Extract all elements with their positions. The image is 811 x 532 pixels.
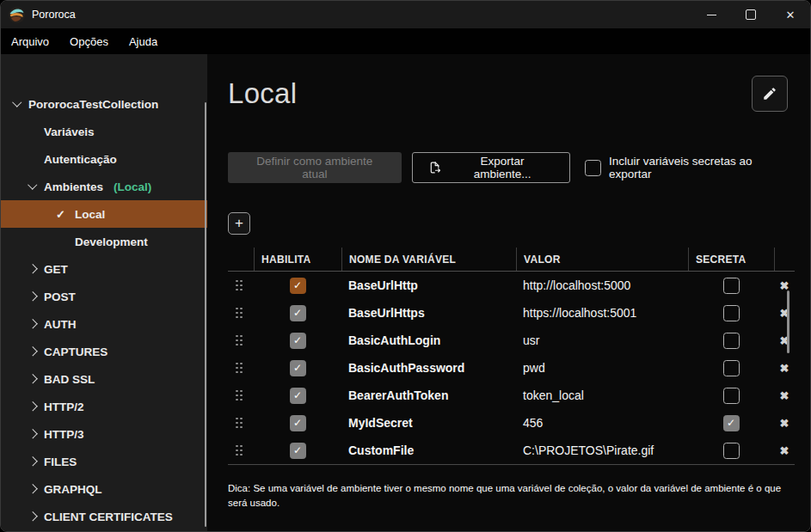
menu-ajuda[interactable]: Ajuda [119,35,168,48]
sidebar-tree-item[interactable]: CAPTURES [1,338,207,365]
rename-environment-button[interactable] [752,76,788,112]
maximize-button[interactable] [731,1,771,28]
variable-value[interactable]: usr [516,333,688,347]
variable-name[interactable]: BearerAuthToken [341,388,516,402]
drag-handle-icon[interactable] [236,390,243,401]
enabled-checkbox[interactable]: ✓ [290,415,306,431]
sidebar-tree-item[interactable]: GRAPHQL [1,475,207,503]
menu-arquivo[interactable]: Arquivo [1,35,59,48]
menu-opcoes[interactable]: Opções [59,35,119,48]
sidebar-tree-item[interactable]: Autenticação [1,145,207,173]
drag-cell [228,418,254,429]
enabled-cell: ✓ [254,278,341,294]
sidebar-tree-item[interactable]: HTTP/2 [1,393,207,420]
variable-value[interactable]: https://localhost:5001 [516,306,688,320]
delete-row-button[interactable]: ✖ [780,444,789,457]
close-button[interactable]: ✕ [771,1,810,28]
col-header-habilita: HABILITA [254,248,341,271]
checkbox-tick: ✓ [293,308,302,318]
secret-checkbox[interactable] [723,360,740,376]
secret-checkbox[interactable] [723,333,740,349]
maximize-icon [746,9,756,20]
secret-checkbox[interactable] [723,388,740,404]
checkbox-tick: ✓ [293,418,302,428]
table-row: ✓ CustomFile C:\PROJETOS\Pirate.gif ✖ [228,437,795,464]
tree-item-label: AUTH [44,318,77,331]
delete-column-header [774,248,795,271]
tree-item-label: HTTP/2 [44,401,84,413]
enabled-checkbox[interactable]: ✓ [290,333,306,349]
table-row: ✓ BearerAuthToken token_local ✖ [228,382,795,409]
variable-name[interactable]: CustomFile [341,443,516,457]
minimize-button[interactable] [691,1,731,28]
secret-checkbox[interactable] [723,278,740,294]
col-header-secreta: SECRETA [688,248,774,271]
tree-item-label: Ambientes [44,180,103,193]
enabled-cell: ✓ [254,415,341,431]
sidebar-tree-item[interactable]: AUTH [1,310,207,338]
delete-cell: ✖ [774,334,795,347]
variable-name[interactable]: BasicAuthLogin [341,333,516,347]
enabled-cell: ✓ [254,388,341,404]
table-scrollbar[interactable] [787,290,789,353]
variable-value[interactable]: http://localhost:5000 [516,278,688,292]
export-environment-button[interactable]: Exportar ambiente... [412,152,570,183]
tree-item-label: FILES [44,456,77,468]
sidebar-tree-item[interactable]: ✓ Local [1,200,207,228]
tree-item-label: GRAPHQL [44,483,102,496]
tree-item-label: BAD SSL [44,373,95,386]
sidebar-tree-item[interactable]: PororocaTestCollection [1,90,207,118]
sidebar-tree-item[interactable]: HTTP/3 [1,420,207,448]
secret-checkbox[interactable] [723,305,740,321]
variable-name[interactable]: BaseUrlHttps [341,306,516,320]
drag-handle-icon[interactable] [236,308,243,319]
add-variable-button[interactable]: + [228,212,250,235]
sidebar-tree-item[interactable]: GET [1,255,207,283]
drag-cell [228,308,254,319]
secret-checkbox[interactable]: ✓ [723,415,740,431]
drag-handle-icon[interactable] [236,363,243,374]
delete-row-button[interactable]: ✖ [780,389,789,402]
minimize-icon [707,15,716,15]
sidebar-tree-item[interactable]: Variáveis [1,118,207,145]
drag-handle-icon[interactable] [236,335,243,346]
sidebar-tree-item[interactable]: CLIENT CERTIFICATES [1,503,207,530]
chevron-right-icon [27,428,40,440]
enabled-checkbox[interactable]: ✓ [290,278,306,294]
delete-row-button[interactable]: ✖ [780,362,789,375]
enabled-cell: ✓ [254,443,341,459]
chevron-right-icon [27,373,40,385]
secret-cell [688,360,774,376]
drag-handle-icon[interactable] [236,418,243,429]
variable-name[interactable]: MyIdSecret [341,416,516,430]
sidebar-tree-item[interactable]: Ambientes (Local) [1,173,207,200]
drag-handle-icon[interactable] [236,280,243,291]
variable-name[interactable]: BasicAuthPassword [341,361,516,375]
drag-handle-icon[interactable] [236,445,243,456]
enabled-checkbox[interactable]: ✓ [290,360,306,376]
delete-cell: ✖ [774,417,795,430]
sidebar-tree-item[interactable]: FILES [1,448,207,475]
include-secrets-checkbox[interactable] [585,160,601,176]
sidebar-tree-item[interactable]: POST [1,283,207,310]
table-row: ✓ BaseUrlHttp http://localhost:5000 ✖ [228,272,795,299]
set-current-environment-button[interactable]: Definir como ambiente atual [228,152,402,183]
window-title: Pororoca [32,9,76,21]
enabled-checkbox[interactable]: ✓ [290,443,306,459]
sidebar-tree-item[interactable]: Development [1,228,207,255]
sidebar-scrollbar[interactable] [205,102,207,527]
enabled-cell: ✓ [254,360,341,376]
variable-value[interactable]: 456 [516,416,688,430]
variable-value[interactable]: token_local [516,388,688,402]
include-secrets-group: Incluir variáveis secretas ao exportar [585,155,795,180]
variable-value[interactable]: pwd [516,361,688,375]
variable-name[interactable]: BaseUrlHttp [341,278,516,292]
enabled-checkbox[interactable]: ✓ [290,305,306,321]
enabled-checkbox[interactable]: ✓ [290,388,306,404]
sidebar-tree-item[interactable]: BAD SSL [1,365,207,393]
secret-checkbox[interactable] [723,443,740,459]
delete-row-button[interactable]: ✖ [780,417,789,430]
sidebar: PororocaTestCollection Variáveis Autenti… [1,54,207,531]
variable-value[interactable]: C:\PROJETOS\Pirate.gif [516,443,688,457]
delete-cell: ✖ [774,389,795,402]
